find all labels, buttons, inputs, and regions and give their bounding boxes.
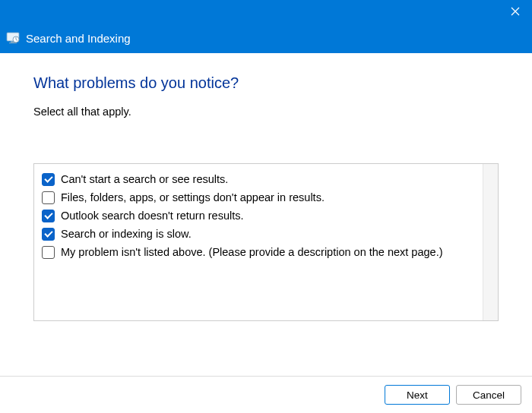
option-label: Can't start a search or see results. (61, 172, 228, 187)
content-area: What problems do you notice? Select all … (0, 53, 532, 329)
scrollbar[interactable] (483, 164, 498, 320)
page-heading: What problems do you notice? (33, 74, 499, 92)
close-icon (511, 7, 520, 16)
checkbox-icon[interactable] (42, 228, 55, 241)
option-label: My problem isn't listed above. (Please p… (61, 244, 443, 260)
option-label: Outlook search doesn't return results. (61, 208, 244, 223)
problem-option[interactable]: My problem isn't listed above. (Please p… (42, 243, 473, 261)
problem-option[interactable]: Can't start a search or see results. (42, 170, 473, 188)
problem-option[interactable]: Outlook search doesn't return results. (42, 206, 473, 225)
close-button[interactable] (498, 0, 532, 23)
footer: Next Cancel (0, 376, 532, 413)
checkbox-icon[interactable] (42, 191, 55, 204)
problem-option[interactable]: Files, folders, apps, or settings don't … (42, 188, 473, 206)
cancel-button[interactable]: Cancel (456, 385, 521, 405)
page-subtext: Select all that apply. (33, 106, 499, 118)
next-button[interactable]: Next (385, 385, 450, 405)
window-title: Search and Indexing (26, 32, 131, 45)
header: Search and Indexing (0, 23, 532, 53)
checkbox-icon[interactable] (42, 173, 55, 186)
troubleshooter-icon (6, 31, 20, 45)
checkbox-icon[interactable] (42, 246, 55, 259)
option-label: Search or indexing is slow. (61, 226, 192, 241)
problem-listbox: Can't start a search or see results.File… (33, 163, 499, 321)
checkbox-icon[interactable] (42, 210, 55, 222)
option-label: Files, folders, apps, or settings don't … (61, 190, 325, 205)
problem-option[interactable]: Search or indexing is slow. (42, 225, 473, 243)
titlebar (0, 0, 532, 23)
